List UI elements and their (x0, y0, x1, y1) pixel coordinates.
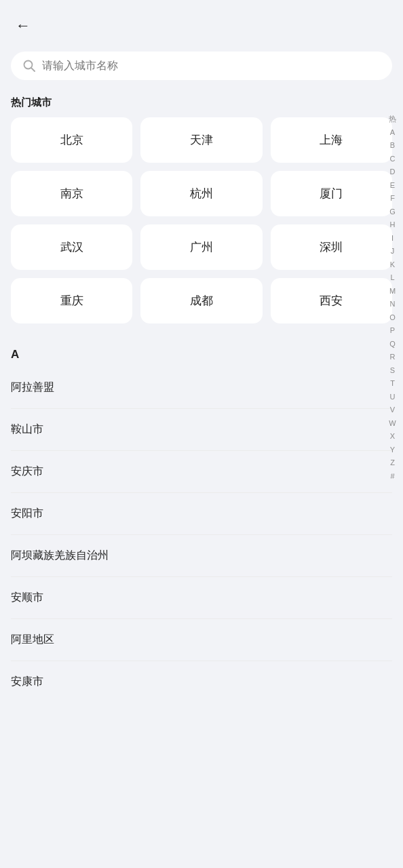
alpha-index-item[interactable]: W (385, 417, 400, 430)
hot-cities-grid: 北京天津上海南京杭州厦门武汉广州深圳重庆成都西安 (0, 117, 403, 337)
alpha-index-item[interactable]: T (386, 377, 399, 390)
search-input[interactable] (42, 60, 380, 72)
alpha-index-item[interactable]: L (386, 271, 398, 284)
hot-city-button[interactable]: 上海 (271, 117, 392, 163)
city-list-item[interactable]: 阿坝藏族羌族自治州 (11, 535, 392, 577)
hot-city-button[interactable]: 北京 (11, 117, 132, 163)
hot-city-button[interactable]: 深圳 (271, 224, 392, 270)
hot-city-button[interactable]: 武汉 (11, 224, 132, 270)
hot-city-button[interactable]: 厦门 (271, 171, 392, 216)
alpha-index-item[interactable]: E (386, 179, 399, 192)
hot-city-button[interactable]: 天津 (140, 117, 262, 163)
hot-section-label: 热门城市 (0, 91, 403, 117)
city-list-item[interactable]: 安庆市 (11, 451, 392, 493)
hot-city-button[interactable]: 成都 (140, 278, 262, 323)
alpha-index-item[interactable]: A (386, 126, 399, 139)
alpha-index-item[interactable]: Q (385, 338, 400, 351)
alpha-index-item[interactable]: V (386, 403, 399, 416)
alpha-index-item[interactable]: N (386, 298, 400, 311)
alpha-index-item[interactable]: H (386, 218, 400, 231)
alpha-index-item[interactable]: G (385, 205, 400, 218)
alpha-index-item[interactable]: S (386, 364, 399, 377)
alpha-index-item[interactable]: R (386, 351, 400, 363)
search-icon (23, 60, 35, 72)
city-list-item[interactable]: 鞍山市 (11, 409, 392, 451)
alpha-index-item[interactable]: B (386, 139, 399, 152)
alpha-index-item[interactable]: I (387, 232, 398, 245)
city-list-item[interactable]: 阿拉善盟 (11, 367, 392, 409)
city-list-item[interactable]: 安阳市 (11, 493, 392, 535)
hot-cities-section: 热门城市 北京天津上海南京杭州厦门武汉广州深圳重庆成都西安 (0, 91, 403, 337)
alpha-index-item[interactable]: K (386, 258, 399, 271)
alpha-index-item[interactable]: D (386, 165, 400, 178)
alpha-index-item[interactable]: X (386, 430, 399, 443)
alpha-index: 热ABCDEFGHIJKLMNOPQRSTUVWXYZ# (382, 108, 403, 486)
city-list-item[interactable]: 安康市 (11, 661, 392, 703)
alpha-index-item[interactable]: F (386, 192, 399, 205)
header: ← (0, 0, 403, 46)
hot-city-button[interactable]: 杭州 (140, 171, 262, 216)
svg-line-1 (31, 68, 35, 71)
back-button[interactable]: ← (11, 14, 35, 38)
alpha-index-item[interactable]: # (386, 470, 398, 483)
alpha-index-item[interactable]: 热 (385, 113, 400, 125)
alpha-section: A 阿拉善盟鞍山市安庆市安阳市阿坝藏族羌族自治州安顺市阿里地区安康市 (0, 337, 403, 703)
alpha-index-item[interactable]: Z (386, 456, 399, 469)
alpha-index-item[interactable]: U (386, 391, 400, 403)
alpha-index-item[interactable]: O (385, 311, 400, 324)
back-icon: ← (16, 17, 31, 35)
hot-city-button[interactable]: 南京 (11, 171, 132, 216)
alpha-index-item[interactable]: C (386, 153, 400, 165)
city-list-item[interactable]: 安顺市 (11, 577, 392, 619)
alpha-index-item[interactable]: M (385, 285, 400, 298)
alpha-index-item[interactable]: Y (386, 443, 399, 456)
alpha-index-item[interactable]: P (386, 324, 399, 337)
hot-city-button[interactable]: 广州 (140, 224, 262, 270)
city-list: 阿拉善盟鞍山市安庆市安阳市阿坝藏族羌族自治州安顺市阿里地区安康市 (11, 367, 392, 703)
alpha-letter-a: A (11, 337, 392, 367)
hot-city-button[interactable]: 西安 (271, 278, 392, 323)
city-list-item[interactable]: 阿里地区 (11, 619, 392, 661)
hot-city-button[interactable]: 重庆 (11, 278, 132, 323)
search-bar (11, 52, 392, 80)
alpha-index-item[interactable]: J (387, 245, 399, 258)
